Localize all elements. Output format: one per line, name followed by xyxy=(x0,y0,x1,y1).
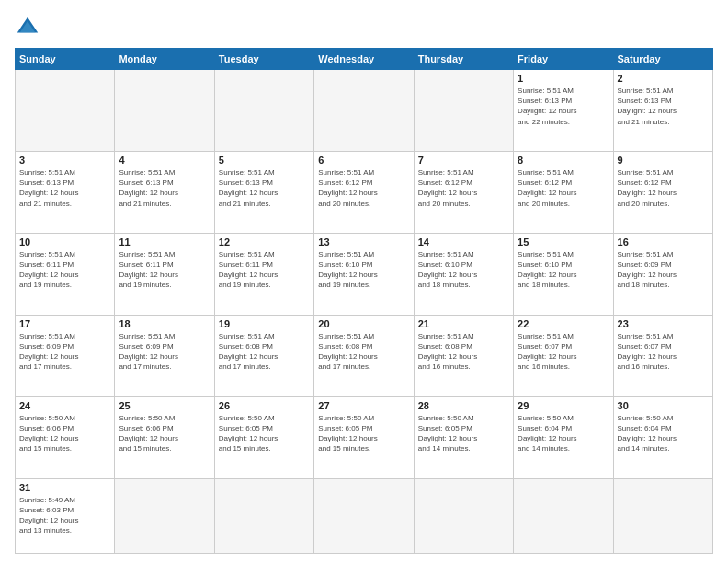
day-info: Sunrise: 5:51 AMSunset: 6:12 PMDaylight:… xyxy=(618,167,709,209)
day-number: 11 xyxy=(119,236,210,247)
calendar-cell: 10Sunrise: 5:51 AMSunset: 6:11 PMDayligh… xyxy=(16,233,115,315)
day-info: Sunrise: 5:51 AMSunset: 6:13 PMDaylight:… xyxy=(19,167,110,209)
calendar-cell: 25Sunrise: 5:50 AMSunset: 6:06 PMDayligh… xyxy=(115,396,214,478)
calendar-cell: 1Sunrise: 5:51 AMSunset: 6:13 PMDaylight… xyxy=(514,70,613,152)
day-info: Sunrise: 5:51 AMSunset: 6:11 PMDaylight:… xyxy=(219,249,310,291)
calendar-cell: 26Sunrise: 5:50 AMSunset: 6:05 PMDayligh… xyxy=(214,396,313,478)
calendar-cell xyxy=(115,478,214,553)
day-number: 6 xyxy=(318,155,409,166)
calendar-cell: 12Sunrise: 5:51 AMSunset: 6:11 PMDayligh… xyxy=(214,233,313,315)
calendar-cell: 20Sunrise: 5:51 AMSunset: 6:08 PMDayligh… xyxy=(314,315,414,396)
calendar-cell xyxy=(414,70,513,152)
day-info: Sunrise: 5:51 AMSunset: 6:10 PMDaylight:… xyxy=(318,249,409,291)
calendar-cell: 18Sunrise: 5:51 AMSunset: 6:09 PMDayligh… xyxy=(115,315,214,396)
day-info: Sunrise: 5:51 AMSunset: 6:10 PMDaylight:… xyxy=(518,249,609,291)
calendar-cell: 15Sunrise: 5:51 AMSunset: 6:10 PMDayligh… xyxy=(514,233,613,315)
day-number: 10 xyxy=(19,236,110,247)
day-number: 13 xyxy=(318,236,409,247)
calendar-cell: 27Sunrise: 5:50 AMSunset: 6:05 PMDayligh… xyxy=(314,396,414,478)
day-info: Sunrise: 5:51 AMSunset: 6:07 PMDaylight:… xyxy=(618,331,709,373)
calendar-cell: 17Sunrise: 5:51 AMSunset: 6:09 PMDayligh… xyxy=(16,315,115,396)
day-info: Sunrise: 5:50 AMSunset: 6:05 PMDaylight:… xyxy=(219,413,310,454)
day-info: Sunrise: 5:50 AMSunset: 6:06 PMDaylight:… xyxy=(119,413,210,454)
day-info: Sunrise: 5:51 AMSunset: 6:08 PMDaylight:… xyxy=(418,331,509,373)
calendar-cell: 23Sunrise: 5:51 AMSunset: 6:07 PMDayligh… xyxy=(613,315,712,396)
week-row-5: 31Sunrise: 5:49 AMSunset: 6:03 PMDayligh… xyxy=(16,478,713,553)
day-info: Sunrise: 5:51 AMSunset: 6:11 PMDaylight:… xyxy=(19,249,110,291)
calendar-cell: 29Sunrise: 5:50 AMSunset: 6:04 PMDayligh… xyxy=(514,396,613,478)
week-row-4: 24Sunrise: 5:50 AMSunset: 6:06 PMDayligh… xyxy=(16,396,713,478)
calendar-cell: 28Sunrise: 5:50 AMSunset: 6:05 PMDayligh… xyxy=(414,396,513,478)
day-number: 20 xyxy=(318,318,409,329)
calendar-table: SundayMondayTuesdayWednesdayThursdayFrid… xyxy=(15,48,713,554)
logo xyxy=(15,15,44,40)
weekday-wednesday: Wednesday xyxy=(314,49,414,70)
day-info: Sunrise: 5:51 AMSunset: 6:09 PMDaylight:… xyxy=(119,331,210,373)
weekday-monday: Monday xyxy=(115,49,214,70)
calendar-cell: 5Sunrise: 5:51 AMSunset: 6:13 PMDaylight… xyxy=(214,151,313,233)
day-number: 16 xyxy=(618,236,709,247)
day-number: 19 xyxy=(219,318,310,329)
day-info: Sunrise: 5:50 AMSunset: 6:04 PMDaylight:… xyxy=(518,413,609,454)
logo-icon xyxy=(15,15,40,40)
day-number: 14 xyxy=(418,236,509,247)
calendar-cell xyxy=(214,70,313,152)
day-number: 17 xyxy=(19,318,110,329)
calendar-cell: 3Sunrise: 5:51 AMSunset: 6:13 PMDaylight… xyxy=(16,151,115,233)
day-info: Sunrise: 5:51 AMSunset: 6:13 PMDaylight:… xyxy=(618,86,709,127)
calendar-cell: 21Sunrise: 5:51 AMSunset: 6:08 PMDayligh… xyxy=(414,315,513,396)
day-info: Sunrise: 5:50 AMSunset: 6:05 PMDaylight:… xyxy=(418,413,509,454)
day-number: 15 xyxy=(518,236,609,247)
day-number: 23 xyxy=(618,318,709,329)
calendar-cell xyxy=(16,70,115,152)
calendar-cell: 16Sunrise: 5:51 AMSunset: 6:09 PMDayligh… xyxy=(613,233,712,315)
calendar-cell: 7Sunrise: 5:51 AMSunset: 6:12 PMDaylight… xyxy=(414,151,513,233)
day-info: Sunrise: 5:50 AMSunset: 6:06 PMDaylight:… xyxy=(19,413,110,454)
day-info: Sunrise: 5:51 AMSunset: 6:08 PMDaylight:… xyxy=(318,331,409,373)
day-info: Sunrise: 5:51 AMSunset: 6:12 PMDaylight:… xyxy=(418,167,509,209)
day-number: 29 xyxy=(518,400,609,411)
day-number: 2 xyxy=(618,73,709,84)
day-info: Sunrise: 5:51 AMSunset: 6:12 PMDaylight:… xyxy=(518,167,609,209)
day-number: 4 xyxy=(119,155,210,166)
header xyxy=(15,15,713,40)
calendar-cell xyxy=(613,478,712,553)
day-number: 7 xyxy=(418,155,509,166)
calendar-cell: 22Sunrise: 5:51 AMSunset: 6:07 PMDayligh… xyxy=(514,315,613,396)
day-info: Sunrise: 5:51 AMSunset: 6:09 PMDaylight:… xyxy=(618,249,709,291)
day-number: 18 xyxy=(119,318,210,329)
day-info: Sunrise: 5:51 AMSunset: 6:08 PMDaylight:… xyxy=(219,331,310,373)
calendar-cell xyxy=(214,478,313,553)
week-row-3: 17Sunrise: 5:51 AMSunset: 6:09 PMDayligh… xyxy=(16,315,713,396)
calendar-cell: 4Sunrise: 5:51 AMSunset: 6:13 PMDaylight… xyxy=(115,151,214,233)
day-info: Sunrise: 5:50 AMSunset: 6:04 PMDaylight:… xyxy=(618,413,709,454)
day-info: Sunrise: 5:50 AMSunset: 6:05 PMDaylight:… xyxy=(318,413,409,454)
day-number: 22 xyxy=(518,318,609,329)
calendar-cell xyxy=(115,70,214,152)
page: SundayMondayTuesdayWednesdayThursdayFrid… xyxy=(0,0,728,563)
calendar-cell: 14Sunrise: 5:51 AMSunset: 6:10 PMDayligh… xyxy=(414,233,513,315)
calendar-cell xyxy=(314,70,414,152)
calendar-cell: 6Sunrise: 5:51 AMSunset: 6:12 PMDaylight… xyxy=(314,151,414,233)
calendar-cell: 30Sunrise: 5:50 AMSunset: 6:04 PMDayligh… xyxy=(613,396,712,478)
day-number: 30 xyxy=(618,400,709,411)
weekday-friday: Friday xyxy=(514,49,613,70)
calendar-cell: 24Sunrise: 5:50 AMSunset: 6:06 PMDayligh… xyxy=(16,396,115,478)
day-number: 24 xyxy=(19,400,110,411)
day-number: 12 xyxy=(219,236,310,247)
day-info: Sunrise: 5:51 AMSunset: 6:12 PMDaylight:… xyxy=(318,167,409,209)
calendar-cell: 13Sunrise: 5:51 AMSunset: 6:10 PMDayligh… xyxy=(314,233,414,315)
day-number: 21 xyxy=(418,318,509,329)
day-info: Sunrise: 5:51 AMSunset: 6:13 PMDaylight:… xyxy=(518,86,609,127)
calendar-cell: 31Sunrise: 5:49 AMSunset: 6:03 PMDayligh… xyxy=(16,478,115,553)
week-row-1: 3Sunrise: 5:51 AMSunset: 6:13 PMDaylight… xyxy=(16,151,713,233)
day-number: 5 xyxy=(219,155,310,166)
day-number: 9 xyxy=(618,155,709,166)
day-info: Sunrise: 5:51 AMSunset: 6:11 PMDaylight:… xyxy=(119,249,210,291)
calendar-cell xyxy=(414,478,513,553)
day-number: 25 xyxy=(119,400,210,411)
day-number: 8 xyxy=(518,155,609,166)
calendar-cell: 9Sunrise: 5:51 AMSunset: 6:12 PMDaylight… xyxy=(613,151,712,233)
calendar-cell: 19Sunrise: 5:51 AMSunset: 6:08 PMDayligh… xyxy=(214,315,313,396)
weekday-header-row: SundayMondayTuesdayWednesdayThursdayFrid… xyxy=(16,49,713,70)
